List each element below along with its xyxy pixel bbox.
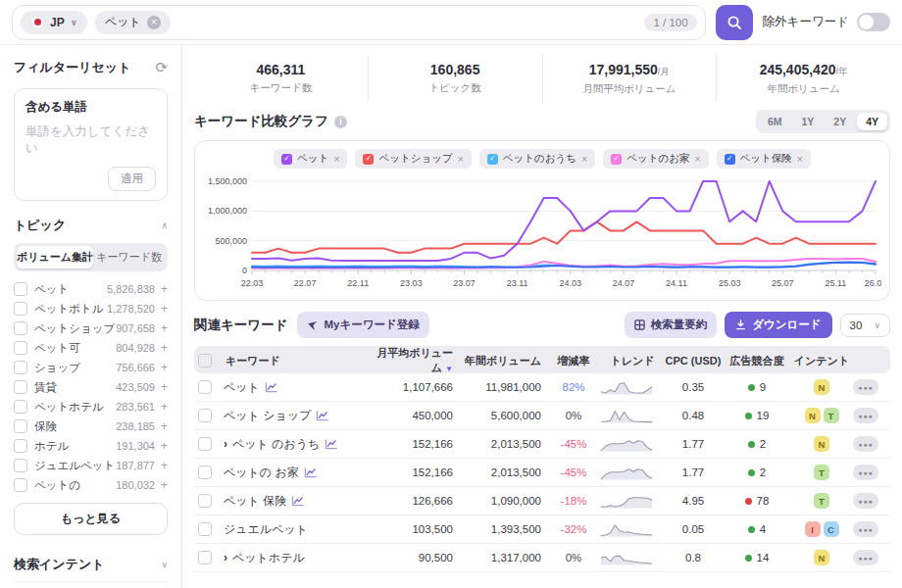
topic-checkbox[interactable]	[14, 400, 27, 414]
topic-item[interactable]: ホテル191,304+	[14, 436, 168, 456]
add-topic-icon[interactable]: +	[161, 321, 168, 335]
page-size-select[interactable]: 30 ∨	[840, 314, 890, 337]
topic-tab[interactable]: キーワード数	[93, 246, 165, 269]
keyword-chart-icon[interactable]	[325, 439, 337, 450]
exclude-keywords-toggle[interactable]	[857, 13, 890, 31]
row-menu-button[interactable]: ●●●	[853, 493, 878, 509]
topic-checkbox[interactable]	[14, 282, 27, 296]
keyword-chart-icon[interactable]	[291, 496, 304, 507]
keyword-link[interactable]: ジュエルペット	[224, 521, 308, 538]
topic-item[interactable]: 保険238,185+	[14, 416, 168, 436]
keyword-chart-icon[interactable]	[265, 382, 277, 393]
keyword-link[interactable]: ペット 保険	[224, 493, 286, 510]
topic-checkbox[interactable]	[14, 478, 27, 492]
column-header[interactable]: CPC (USD)	[665, 355, 722, 367]
keyword-link[interactable]: ペット ショップ	[224, 408, 311, 424]
row-checkbox[interactable]	[198, 437, 212, 451]
column-header[interactable]: トレンド	[600, 354, 665, 368]
legend-close-icon[interactable]: ×	[581, 153, 587, 165]
row-checkbox[interactable]	[198, 551, 212, 564]
legend-chip[interactable]: ✓ペット保険×	[717, 149, 811, 169]
column-header[interactable]: 広告競合度	[722, 354, 792, 368]
row-checkbox[interactable]	[198, 466, 212, 479]
info-icon[interactable]: i	[334, 116, 347, 128]
row-menu-button[interactable]: ●●●	[853, 379, 878, 395]
legend-close-icon[interactable]: ×	[458, 153, 464, 165]
topic-item[interactable]: ペットボトル1,278,520+	[14, 299, 168, 318]
topic-item[interactable]: ジュエルペット187,877+	[14, 456, 168, 475]
column-header[interactable]: 月平均ボリューム▼	[367, 346, 459, 375]
topic-checkbox[interactable]	[14, 380, 27, 394]
expand-chevron-icon[interactable]: ›	[224, 437, 227, 451]
apply-button[interactable]: 適用	[108, 167, 156, 191]
row-checkbox[interactable]	[198, 494, 212, 508]
reset-icon[interactable]: ⟳	[155, 59, 168, 76]
column-header[interactable]: 増減率	[547, 354, 600, 368]
country-selector[interactable]: JP ∨	[21, 11, 87, 34]
legend-close-icon[interactable]: ×	[333, 153, 339, 165]
range-button-4Y[interactable]: 4Y	[857, 113, 887, 130]
add-topic-icon[interactable]: +	[161, 341, 168, 355]
topic-item[interactable]: ペットホテル283,561+	[14, 397, 168, 416]
range-button-2Y[interactable]: 2Y	[825, 113, 855, 130]
topic-checkbox[interactable]	[14, 419, 27, 433]
legend-chip[interactable]: ✓ペットのおうち×	[479, 149, 595, 169]
row-menu-button[interactable]: ●●●	[853, 408, 878, 423]
legend-close-icon[interactable]: ×	[694, 153, 700, 165]
legend-chip[interactable]: ✓ペット×	[274, 149, 347, 169]
row-menu-button[interactable]: ●●●	[853, 521, 878, 537]
add-topic-icon[interactable]: +	[161, 361, 168, 374]
add-topic-icon[interactable]: +	[161, 400, 168, 414]
row-checkbox[interactable]	[198, 380, 212, 394]
keyword-link[interactable]: ペット のおうち	[232, 436, 320, 453]
column-header[interactable]: キーワード	[224, 354, 367, 368]
select-all-checkbox[interactable]	[198, 354, 212, 368]
legend-chip[interactable]: ✓ペットのお家×	[603, 149, 708, 169]
legend-chip[interactable]: ✓ペットショップ×	[355, 149, 471, 169]
add-topic-icon[interactable]: +	[161, 282, 168, 296]
remove-keyword-icon[interactable]: ×	[147, 16, 161, 29]
topic-item[interactable]: ペット可804,928+	[14, 338, 168, 358]
add-topic-icon[interactable]: +	[161, 419, 168, 433]
column-header[interactable]: 年間ボリューム	[459, 354, 547, 368]
keyword-link[interactable]: ペット	[224, 379, 260, 396]
topic-tab[interactable]: ボリューム集計	[17, 246, 93, 269]
keyword-link[interactable]: ペットの お家	[224, 465, 299, 481]
keyword-link[interactable]: ペットホテル	[232, 550, 305, 566]
topic-checkbox[interactable]	[14, 361, 27, 374]
keyword-tag[interactable]: ペット ×	[95, 11, 171, 34]
column-header[interactable]: インテント	[792, 354, 851, 368]
topic-checkbox[interactable]	[14, 439, 27, 453]
my-keyword-register-button[interactable]: Myキーワード登録	[297, 312, 428, 338]
search-volume-summary-button[interactable]: 検索量要約	[625, 312, 718, 338]
sidebar-section-検索インテント[interactable]: 検索インテント∨	[14, 547, 168, 581]
topic-item[interactable]: ペットショップ907,658+	[14, 318, 168, 338]
sidebar-section-検索ボリューム別[interactable]: 検索ボリューム別∨	[14, 581, 168, 588]
search-button[interactable]	[716, 5, 753, 40]
add-topic-icon[interactable]: +	[161, 380, 168, 394]
download-button[interactable]: ダウンロード	[725, 312, 831, 338]
topic-item[interactable]: ペットの180,032+	[14, 475, 168, 495]
add-topic-icon[interactable]: +	[161, 302, 168, 316]
legend-close-icon[interactable]: ×	[797, 153, 803, 165]
expand-chevron-icon[interactable]: ›	[224, 551, 227, 564]
add-topic-icon[interactable]: +	[161, 478, 168, 492]
keyword-search-field[interactable]: JP ∨ ペット × 1 / 100	[12, 5, 706, 40]
row-checkbox[interactable]	[198, 409, 212, 422]
topic-checkbox[interactable]	[14, 302, 27, 316]
range-button-6M[interactable]: 6M	[759, 113, 791, 130]
row-menu-button[interactable]: ●●●	[853, 550, 878, 565]
topic-checkbox[interactable]	[14, 459, 27, 472]
add-topic-icon[interactable]: +	[161, 439, 168, 453]
include-words-input[interactable]: 単語を入力してください	[25, 123, 156, 157]
row-menu-button[interactable]: ●●●	[853, 465, 878, 480]
row-checkbox[interactable]	[198, 522, 212, 536]
topic-checkbox[interactable]	[14, 321, 27, 335]
topic-checkbox[interactable]	[14, 341, 27, 355]
row-menu-button[interactable]: ●●●	[853, 436, 878, 452]
topic-item[interactable]: ペット5,826,838+	[14, 279, 168, 299]
keyword-chart-icon[interactable]	[304, 467, 317, 478]
range-button-1Y[interactable]: 1Y	[792, 113, 823, 130]
keyword-chart-icon[interactable]	[316, 411, 328, 421]
show-more-button[interactable]: もっと見る	[14, 503, 168, 535]
